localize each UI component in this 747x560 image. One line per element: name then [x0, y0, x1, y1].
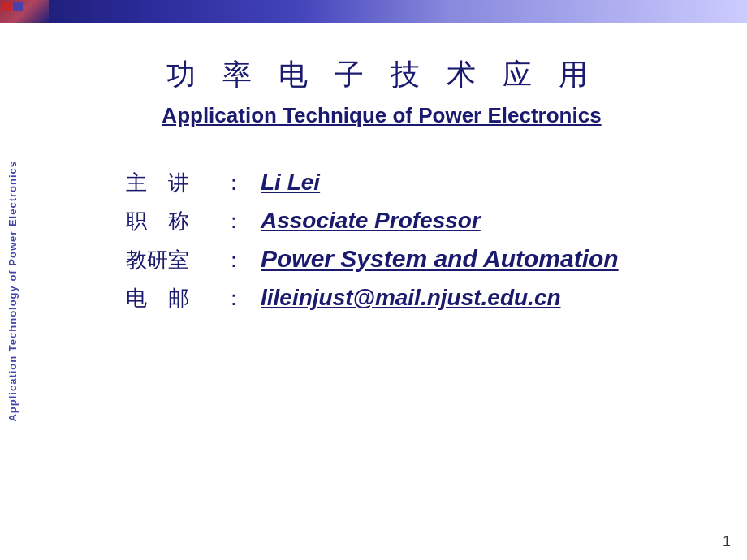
title-label: 职 称 — [126, 207, 223, 235]
presenter-colon: ： — [223, 169, 244, 197]
sidebar: Application Technology of Power Electron… — [0, 23, 24, 560]
lab-value: Power System and Automation — [261, 245, 619, 273]
email-colon: ： — [223, 284, 244, 312]
lab-colon: ： — [223, 246, 244, 274]
top-bar-squares — [2, 2, 23, 11]
square-blue — [13, 2, 23, 11]
page-number: 1 — [723, 533, 731, 550]
title-row: 职 称 ： Associate Professor — [126, 207, 686, 235]
lab-label: 教研室 — [126, 246, 223, 274]
main-content: 功 率 电 子 技 术 应 用 Application Technique of… — [24, 23, 739, 550]
email-row: 电 邮 ： lileinjust@mail.njust.edu.cn — [126, 284, 686, 312]
title-value: Associate Professor — [261, 208, 481, 234]
title-colon: ： — [223, 207, 244, 235]
email-label: 电 邮 — [126, 284, 223, 312]
sidebar-text: Application Technology of Power Electron… — [6, 161, 19, 422]
title-chinese: 功 率 电 子 技 术 应 用 — [166, 55, 598, 95]
title-english: Application Technique of Power Electroni… — [162, 103, 601, 128]
presenter-value: Li Lei — [261, 170, 320, 196]
presenter-label: 主 讲 — [126, 169, 223, 197]
email-value: lileinjust@mail.njust.edu.cn — [261, 285, 561, 311]
lab-row: 教研室 ： Power System and Automation — [126, 245, 686, 274]
presenter-row: 主 讲 ： Li Lei — [126, 169, 686, 197]
top-decorative-bar — [0, 0, 747, 23]
square-red — [2, 2, 11, 11]
info-section: 主 讲 ： Li Lei 职 称 ： Associate Professor 教… — [77, 169, 686, 312]
